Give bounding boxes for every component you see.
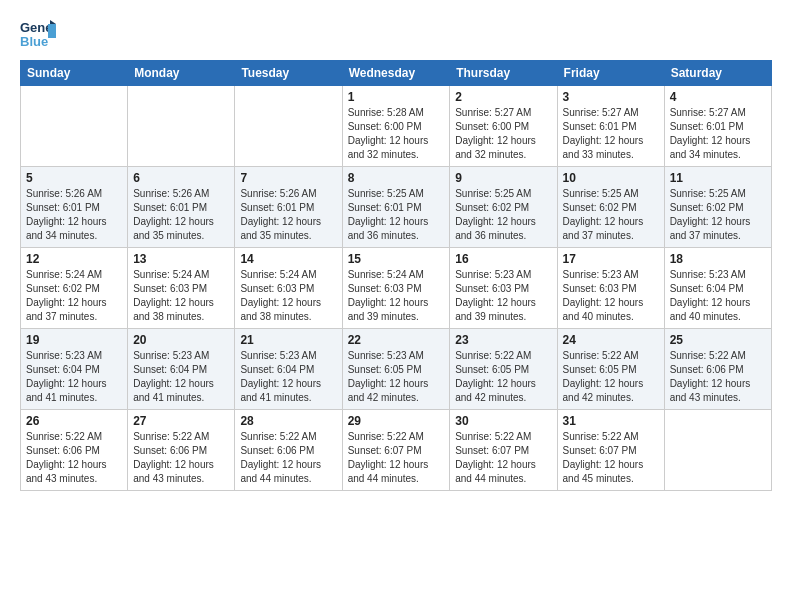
day-number: 1 (348, 90, 445, 104)
day-number: 24 (563, 333, 659, 347)
day-info: Sunrise: 5:25 AM Sunset: 6:02 PM Dayligh… (455, 187, 551, 243)
day-cell: 6Sunrise: 5:26 AM Sunset: 6:01 PM Daylig… (128, 167, 235, 248)
day-number: 30 (455, 414, 551, 428)
day-cell: 15Sunrise: 5:24 AM Sunset: 6:03 PM Dayli… (342, 248, 450, 329)
day-info: Sunrise: 5:23 AM Sunset: 6:04 PM Dayligh… (240, 349, 336, 405)
day-info: Sunrise: 5:27 AM Sunset: 6:01 PM Dayligh… (670, 106, 766, 162)
weekday-header-thursday: Thursday (450, 61, 557, 86)
day-info: Sunrise: 5:23 AM Sunset: 6:04 PM Dayligh… (670, 268, 766, 324)
logo-icon: General Blue (20, 16, 56, 52)
weekday-header-tuesday: Tuesday (235, 61, 342, 86)
day-number: 4 (670, 90, 766, 104)
day-cell: 19Sunrise: 5:23 AM Sunset: 6:04 PM Dayli… (21, 329, 128, 410)
day-cell: 23Sunrise: 5:22 AM Sunset: 6:05 PM Dayli… (450, 329, 557, 410)
day-cell: 17Sunrise: 5:23 AM Sunset: 6:03 PM Dayli… (557, 248, 664, 329)
page: General Blue SundayMondayTuesdayWednesda… (0, 0, 792, 612)
day-cell: 29Sunrise: 5:22 AM Sunset: 6:07 PM Dayli… (342, 410, 450, 491)
day-cell: 16Sunrise: 5:23 AM Sunset: 6:03 PM Dayli… (450, 248, 557, 329)
weekday-header-sunday: Sunday (21, 61, 128, 86)
day-info: Sunrise: 5:24 AM Sunset: 6:03 PM Dayligh… (240, 268, 336, 324)
day-cell: 7Sunrise: 5:26 AM Sunset: 6:01 PM Daylig… (235, 167, 342, 248)
day-info: Sunrise: 5:25 AM Sunset: 6:01 PM Dayligh… (348, 187, 445, 243)
day-cell: 30Sunrise: 5:22 AM Sunset: 6:07 PM Dayli… (450, 410, 557, 491)
logo: General Blue (20, 16, 56, 52)
day-info: Sunrise: 5:22 AM Sunset: 6:05 PM Dayligh… (563, 349, 659, 405)
day-cell: 11Sunrise: 5:25 AM Sunset: 6:02 PM Dayli… (664, 167, 771, 248)
day-cell: 18Sunrise: 5:23 AM Sunset: 6:04 PM Dayli… (664, 248, 771, 329)
day-info: Sunrise: 5:24 AM Sunset: 6:02 PM Dayligh… (26, 268, 122, 324)
day-cell: 22Sunrise: 5:23 AM Sunset: 6:05 PM Dayli… (342, 329, 450, 410)
day-number: 13 (133, 252, 229, 266)
day-cell (664, 410, 771, 491)
day-info: Sunrise: 5:23 AM Sunset: 6:04 PM Dayligh… (133, 349, 229, 405)
day-cell: 2Sunrise: 5:27 AM Sunset: 6:00 PM Daylig… (450, 86, 557, 167)
day-info: Sunrise: 5:23 AM Sunset: 6:03 PM Dayligh… (563, 268, 659, 324)
day-info: Sunrise: 5:25 AM Sunset: 6:02 PM Dayligh… (670, 187, 766, 243)
day-number: 10 (563, 171, 659, 185)
day-cell: 5Sunrise: 5:26 AM Sunset: 6:01 PM Daylig… (21, 167, 128, 248)
day-number: 14 (240, 252, 336, 266)
day-info: Sunrise: 5:26 AM Sunset: 6:01 PM Dayligh… (240, 187, 336, 243)
day-number: 17 (563, 252, 659, 266)
day-number: 5 (26, 171, 122, 185)
day-info: Sunrise: 5:23 AM Sunset: 6:04 PM Dayligh… (26, 349, 122, 405)
day-cell: 3Sunrise: 5:27 AM Sunset: 6:01 PM Daylig… (557, 86, 664, 167)
weekday-header-saturday: Saturday (664, 61, 771, 86)
weekday-header-wednesday: Wednesday (342, 61, 450, 86)
day-info: Sunrise: 5:22 AM Sunset: 6:07 PM Dayligh… (563, 430, 659, 486)
day-info: Sunrise: 5:22 AM Sunset: 6:06 PM Dayligh… (133, 430, 229, 486)
day-cell: 12Sunrise: 5:24 AM Sunset: 6:02 PM Dayli… (21, 248, 128, 329)
day-cell: 28Sunrise: 5:22 AM Sunset: 6:06 PM Dayli… (235, 410, 342, 491)
day-number: 26 (26, 414, 122, 428)
day-cell: 8Sunrise: 5:25 AM Sunset: 6:01 PM Daylig… (342, 167, 450, 248)
day-cell: 31Sunrise: 5:22 AM Sunset: 6:07 PM Dayli… (557, 410, 664, 491)
day-number: 20 (133, 333, 229, 347)
week-row-3: 12Sunrise: 5:24 AM Sunset: 6:02 PM Dayli… (21, 248, 772, 329)
day-info: Sunrise: 5:25 AM Sunset: 6:02 PM Dayligh… (563, 187, 659, 243)
day-number: 18 (670, 252, 766, 266)
week-row-4: 19Sunrise: 5:23 AM Sunset: 6:04 PM Dayli… (21, 329, 772, 410)
day-number: 21 (240, 333, 336, 347)
day-cell: 10Sunrise: 5:25 AM Sunset: 6:02 PM Dayli… (557, 167, 664, 248)
week-row-5: 26Sunrise: 5:22 AM Sunset: 6:06 PM Dayli… (21, 410, 772, 491)
header: General Blue (20, 16, 772, 52)
day-info: Sunrise: 5:22 AM Sunset: 6:06 PM Dayligh… (26, 430, 122, 486)
day-info: Sunrise: 5:27 AM Sunset: 6:00 PM Dayligh… (455, 106, 551, 162)
day-number: 6 (133, 171, 229, 185)
day-cell: 14Sunrise: 5:24 AM Sunset: 6:03 PM Dayli… (235, 248, 342, 329)
day-number: 15 (348, 252, 445, 266)
day-number: 12 (26, 252, 122, 266)
day-number: 16 (455, 252, 551, 266)
svg-marker-2 (48, 24, 56, 38)
day-info: Sunrise: 5:22 AM Sunset: 6:06 PM Dayligh… (240, 430, 336, 486)
day-number: 27 (133, 414, 229, 428)
day-info: Sunrise: 5:28 AM Sunset: 6:00 PM Dayligh… (348, 106, 445, 162)
day-info: Sunrise: 5:26 AM Sunset: 6:01 PM Dayligh… (26, 187, 122, 243)
day-number: 29 (348, 414, 445, 428)
day-info: Sunrise: 5:23 AM Sunset: 6:05 PM Dayligh… (348, 349, 445, 405)
day-info: Sunrise: 5:22 AM Sunset: 6:05 PM Dayligh… (455, 349, 551, 405)
day-cell: 27Sunrise: 5:22 AM Sunset: 6:06 PM Dayli… (128, 410, 235, 491)
day-cell: 26Sunrise: 5:22 AM Sunset: 6:06 PM Dayli… (21, 410, 128, 491)
day-cell: 4Sunrise: 5:27 AM Sunset: 6:01 PM Daylig… (664, 86, 771, 167)
day-number: 3 (563, 90, 659, 104)
day-cell: 25Sunrise: 5:22 AM Sunset: 6:06 PM Dayli… (664, 329, 771, 410)
day-cell (21, 86, 128, 167)
weekday-header-friday: Friday (557, 61, 664, 86)
day-info: Sunrise: 5:22 AM Sunset: 6:07 PM Dayligh… (348, 430, 445, 486)
day-number: 9 (455, 171, 551, 185)
day-info: Sunrise: 5:24 AM Sunset: 6:03 PM Dayligh… (133, 268, 229, 324)
svg-text:Blue: Blue (20, 34, 48, 49)
week-row-2: 5Sunrise: 5:26 AM Sunset: 6:01 PM Daylig… (21, 167, 772, 248)
day-number: 28 (240, 414, 336, 428)
day-info: Sunrise: 5:27 AM Sunset: 6:01 PM Dayligh… (563, 106, 659, 162)
day-number: 25 (670, 333, 766, 347)
day-cell: 21Sunrise: 5:23 AM Sunset: 6:04 PM Dayli… (235, 329, 342, 410)
day-cell: 24Sunrise: 5:22 AM Sunset: 6:05 PM Dayli… (557, 329, 664, 410)
weekday-header-monday: Monday (128, 61, 235, 86)
day-number: 2 (455, 90, 551, 104)
day-info: Sunrise: 5:22 AM Sunset: 6:06 PM Dayligh… (670, 349, 766, 405)
day-number: 8 (348, 171, 445, 185)
day-cell: 1Sunrise: 5:28 AM Sunset: 6:00 PM Daylig… (342, 86, 450, 167)
day-number: 19 (26, 333, 122, 347)
